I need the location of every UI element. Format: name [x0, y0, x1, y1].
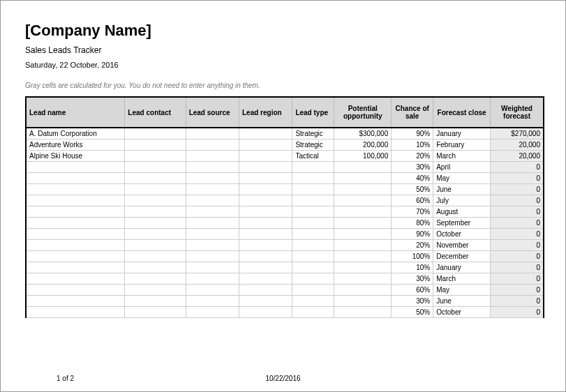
cell-lead-contact[interactable]: [125, 128, 186, 140]
cell-lead-source[interactable]: [186, 251, 239, 262]
cell-chance[interactable]: 40%: [392, 173, 433, 184]
cell-lead-source[interactable]: [186, 184, 239, 195]
cell-potential[interactable]: [334, 162, 392, 173]
cell-lead-type[interactable]: [292, 296, 334, 307]
cell-lead-source[interactable]: [186, 285, 239, 296]
cell-lead-type[interactable]: [292, 262, 334, 273]
cell-lead-region[interactable]: [239, 285, 292, 296]
cell-chance[interactable]: 60%: [392, 285, 433, 296]
cell-lead-source[interactable]: [186, 206, 239, 218]
cell-lead-type[interactable]: [292, 307, 334, 318]
cell-lead-region[interactable]: [239, 240, 292, 251]
cell-forecast-close[interactable]: March: [433, 151, 491, 162]
cell-lead-region[interactable]: [239, 206, 292, 218]
cell-lead-name[interactable]: [26, 296, 125, 307]
cell-lead-name[interactable]: [26, 285, 125, 296]
cell-lead-source[interactable]: [186, 173, 239, 184]
cell-chance[interactable]: 10%: [392, 140, 433, 151]
cell-lead-contact[interactable]: [125, 273, 186, 285]
cell-chance[interactable]: 20%: [392, 240, 433, 251]
cell-lead-source[interactable]: [186, 262, 239, 273]
cell-lead-region[interactable]: [239, 151, 292, 162]
cell-lead-name[interactable]: [26, 251, 125, 262]
cell-lead-source[interactable]: [186, 162, 239, 173]
cell-lead-region[interactable]: [239, 296, 292, 307]
cell-lead-region[interactable]: [239, 128, 292, 140]
cell-potential[interactable]: 100,000: [334, 151, 392, 162]
cell-chance[interactable]: 30%: [392, 162, 433, 173]
cell-potential[interactable]: [334, 307, 392, 318]
cell-lead-contact[interactable]: [125, 195, 186, 206]
cell-lead-name[interactable]: [26, 162, 125, 173]
cell-lead-source[interactable]: [186, 240, 239, 251]
cell-lead-name[interactable]: [26, 206, 125, 218]
cell-lead-region[interactable]: [239, 273, 292, 285]
cell-lead-name[interactable]: [26, 195, 125, 206]
cell-forecast-close[interactable]: June: [433, 296, 491, 307]
cell-lead-type[interactable]: [292, 240, 334, 251]
cell-lead-source[interactable]: [186, 195, 239, 206]
cell-lead-region[interactable]: [239, 162, 292, 173]
cell-forecast-close[interactable]: May: [433, 173, 491, 184]
cell-lead-contact[interactable]: [125, 307, 186, 318]
cell-chance[interactable]: 90%: [392, 128, 433, 140]
cell-forecast-close[interactable]: October: [433, 229, 491, 240]
cell-lead-region[interactable]: [239, 184, 292, 195]
cell-lead-name[interactable]: [26, 307, 125, 318]
cell-forecast-close[interactable]: August: [433, 206, 491, 218]
cell-lead-contact[interactable]: [125, 229, 186, 240]
cell-lead-source[interactable]: [186, 296, 239, 307]
cell-chance[interactable]: 60%: [392, 195, 433, 206]
cell-lead-source[interactable]: [186, 140, 239, 151]
cell-lead-region[interactable]: [239, 251, 292, 262]
cell-forecast-close[interactable]: November: [433, 240, 491, 251]
cell-lead-type[interactable]: [292, 285, 334, 296]
cell-lead-contact[interactable]: [125, 162, 186, 173]
cell-lead-type[interactable]: [292, 173, 334, 184]
cell-potential[interactable]: [334, 251, 392, 262]
cell-lead-source[interactable]: [186, 151, 239, 162]
cell-lead-name[interactable]: [26, 173, 125, 184]
cell-lead-contact[interactable]: [125, 251, 186, 262]
cell-chance[interactable]: 80%: [392, 218, 433, 229]
cell-lead-name[interactable]: [26, 229, 125, 240]
cell-potential[interactable]: 200,000: [334, 140, 392, 151]
cell-potential[interactable]: [334, 229, 392, 240]
cell-lead-region[interactable]: [239, 307, 292, 318]
cell-lead-name[interactable]: [26, 273, 125, 285]
cell-lead-contact[interactable]: [125, 218, 186, 229]
cell-forecast-close[interactable]: July: [433, 195, 491, 206]
cell-lead-region[interactable]: [239, 195, 292, 206]
cell-lead-contact[interactable]: [125, 240, 186, 251]
cell-chance[interactable]: 70%: [392, 206, 433, 218]
cell-forecast-close[interactable]: September: [433, 218, 491, 229]
cell-chance[interactable]: 20%: [392, 151, 433, 162]
cell-chance[interactable]: 50%: [392, 307, 433, 318]
cell-lead-type[interactable]: [292, 251, 334, 262]
cell-lead-type[interactable]: [292, 162, 334, 173]
cell-chance[interactable]: 90%: [392, 229, 433, 240]
cell-lead-region[interactable]: [239, 229, 292, 240]
cell-lead-source[interactable]: [186, 218, 239, 229]
cell-chance[interactable]: 100%: [392, 251, 433, 262]
cell-lead-source[interactable]: [186, 229, 239, 240]
cell-lead-type[interactable]: Strategic: [292, 128, 334, 140]
cell-lead-contact[interactable]: [125, 296, 186, 307]
cell-lead-region[interactable]: [239, 218, 292, 229]
cell-lead-type[interactable]: [292, 229, 334, 240]
cell-lead-name[interactable]: [26, 262, 125, 273]
cell-chance[interactable]: 50%: [392, 184, 433, 195]
cell-lead-contact[interactable]: [125, 206, 186, 218]
cell-lead-region[interactable]: [239, 140, 292, 151]
cell-potential[interactable]: [334, 273, 392, 285]
cell-lead-source[interactable]: [186, 273, 239, 285]
cell-lead-contact[interactable]: [125, 151, 186, 162]
cell-forecast-close[interactable]: January: [433, 262, 491, 273]
cell-potential[interactable]: [334, 285, 392, 296]
cell-lead-contact[interactable]: [125, 173, 186, 184]
cell-potential[interactable]: [334, 195, 392, 206]
cell-forecast-close[interactable]: February: [433, 140, 491, 151]
cell-potential[interactable]: [334, 206, 392, 218]
cell-lead-contact[interactable]: [125, 140, 186, 151]
cell-lead-source[interactable]: [186, 307, 239, 318]
